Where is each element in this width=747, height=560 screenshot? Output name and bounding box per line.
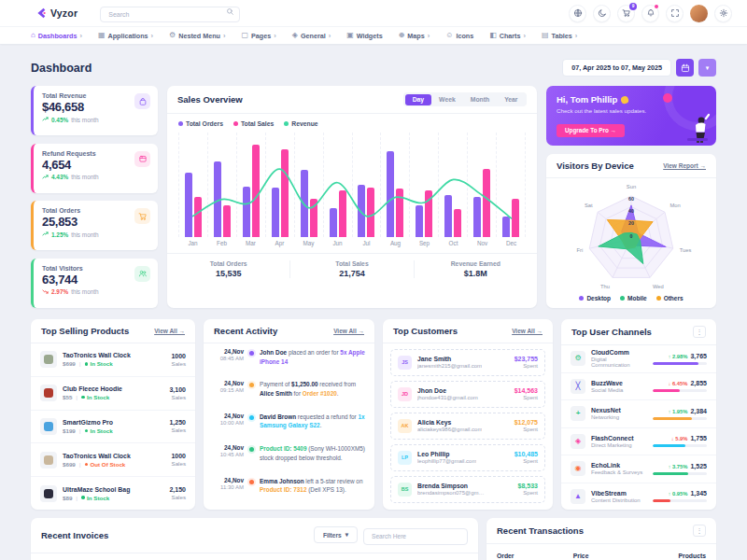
avatar-icon[interactable] <box>690 5 708 22</box>
stat-label: Refund Requests <box>42 150 149 157</box>
customer-email: leophillip77@gmail.com <box>417 458 476 464</box>
activity-dot <box>249 415 254 420</box>
customer-row: BSBrenda Simpsonbrendasimpson075@gmail.c… <box>390 476 545 503</box>
nav-label: Tables <box>552 32 572 40</box>
channels-menu-button[interactable]: ⋮ <box>693 326 706 338</box>
main-content: Dashboard 07, Apr 2025 to 07, May 2025 ▾… <box>0 59 747 560</box>
search-input[interactable] <box>100 7 240 22</box>
transactions-menu-button[interactable]: ⋮ <box>693 525 706 537</box>
globe-icon[interactable] <box>569 5 586 22</box>
avatar: AK <box>398 419 412 433</box>
activity-time: 08:45 AM <box>213 356 244 361</box>
calendar-button[interactable] <box>676 59 694 77</box>
nav-item-applications[interactable]: ▦Applications› <box>98 32 153 40</box>
date-dropdown-button[interactable]: ▾ <box>698 59 716 77</box>
svg-text:40: 40 <box>628 208 634 214</box>
stock-badge: In Stock <box>81 495 109 501</box>
chevron-right-icon: › <box>151 32 154 40</box>
bar-group-jun <box>323 133 352 237</box>
nav-label: Nested Menu <box>178 32 220 40</box>
channel-name: EchoLink <box>591 462 642 469</box>
activity-dot <box>249 480 254 484</box>
stat-delta: 1.25%this month <box>42 231 149 238</box>
stat-label: Total Orders <box>42 207 149 214</box>
sales-x-axis: JanFebMarAprMayJunJulAugSepOctNovDec <box>178 240 526 246</box>
activity-row: 24,Nov10:45 AMProduct ID: 5409 (Sony WH-… <box>204 440 374 471</box>
x-tick: Jul <box>352 240 381 246</box>
channel-progress-bar <box>653 417 707 420</box>
channel-delta: ↑ 0.95% <box>669 491 688 497</box>
visitors-header: Visitors By Device View Report → <box>546 154 716 178</box>
tab-day[interactable]: Day <box>405 94 431 105</box>
nav-item-tables[interactable]: ▤Tables› <box>542 32 577 40</box>
bar-total-orders <box>185 173 192 237</box>
legend-item-total-orders[interactable]: Total Orders <box>178 120 223 127</box>
nav-item-nested-menu[interactable]: ⚙Nested Menu› <box>169 32 225 40</box>
global-search <box>100 4 240 22</box>
customer-name: Brenda Simpson <box>417 483 485 489</box>
brand-logo[interactable]: Vyzor <box>35 7 78 19</box>
radar-legend-others[interactable]: Others <box>656 295 684 301</box>
stock-badge: In Stock <box>81 394 109 400</box>
invoice-search-input[interactable] <box>363 528 468 545</box>
recent-transactions-title: Recent Transactions <box>497 525 584 536</box>
stat-label: Total Visitors <box>42 265 149 272</box>
tab-week[interactable]: Week <box>431 94 463 105</box>
radar-legend-mobile[interactable]: Mobile <box>620 295 647 301</box>
customer-name: Leo Phillip <box>417 451 476 457</box>
customer-amount: $10,485 <box>514 451 538 457</box>
date-range-display[interactable]: 07, Apr 2025 to 07, May 2025 <box>562 59 671 77</box>
upgrade-pro-button[interactable]: Upgrade To Pro → <box>557 124 625 137</box>
sales-total-label: Revenue Earned <box>415 260 537 267</box>
chevron-right-icon: › <box>79 32 82 40</box>
tab-year[interactable]: Year <box>497 94 525 105</box>
product-sales-count: 1,250 <box>169 419 186 426</box>
product-name: UltraMaze School Bag <box>63 486 130 493</box>
plus-icon: + <box>571 406 585 421</box>
bar-total-sales <box>425 190 432 237</box>
nav-item-general[interactable]: ◈General› <box>292 32 331 40</box>
products-view-all-link[interactable]: View All → <box>154 328 185 334</box>
nav-item-icons[interactable]: ☺Icons <box>445 32 473 40</box>
activity-view-all-link[interactable]: View All → <box>333 328 364 334</box>
tab-month[interactable]: Month <box>463 94 497 105</box>
kpi-and-sales-row: Total Revenue$46,6580.45%this monthRefun… <box>31 86 716 308</box>
nav-item-charts[interactable]: ◧Charts› <box>489 32 526 40</box>
nav-item-pages[interactable]: ▢Pages› <box>242 32 276 40</box>
cart-icon[interactable]: 9 <box>617 5 635 22</box>
bar-total-sales <box>310 199 317 237</box>
view-report-link[interactable]: View Report → <box>663 162 706 169</box>
legend-item-revenue[interactable]: Revenue <box>284 120 317 127</box>
radar-legend-desktop[interactable]: Desktop <box>579 295 611 301</box>
nav-item-dashboards[interactable]: ⌂Dashboards› <box>31 32 82 40</box>
gear-icon[interactable] <box>714 5 732 22</box>
expand-icon[interactable] <box>666 5 684 22</box>
activity-dot <box>249 351 254 356</box>
legend-item-total-sales[interactable]: Total Sales <box>233 120 274 127</box>
nav-item-widgets[interactable]: ▣Widgets <box>346 32 382 40</box>
sales-period-tabs: DayWeekMonthYear <box>403 92 527 106</box>
bar-total-sales <box>252 145 260 237</box>
activity-text: Emma Johnson left a 5-star review on Pro… <box>260 477 365 504</box>
stat-value: 4,654 <box>42 158 149 172</box>
filters-button[interactable]: Filters ▾ <box>314 526 358 543</box>
sales-total-label: Total Sales <box>290 260 413 267</box>
bar-total-orders <box>416 205 423 237</box>
bar-total-sales <box>339 190 346 237</box>
activity-time: 10:00 AM <box>213 420 244 426</box>
stat-delta: 0.45%this month <box>42 116 149 123</box>
brand-name: Vyzor <box>50 7 78 19</box>
nav-item-maps[interactable]: ⊕Maps› <box>399 32 430 40</box>
customers-view-all-link[interactable]: View All → <box>512 328 543 334</box>
moon-icon[interactable] <box>593 5 611 22</box>
bell-icon[interactable] <box>641 5 659 22</box>
wave-emoji <box>620 95 629 105</box>
product-sales-count: 2,150 <box>169 486 186 493</box>
customer-row: AKAlicia Keysaliciakeys986@gmail.com$12,… <box>390 413 545 440</box>
customer-list: JSJane Smithjanesmith215@gmail.com$23,75… <box>383 343 553 510</box>
top-selling-products-card: Top Selling Products View All → TaoTroni… <box>31 319 195 510</box>
x-tick: Feb <box>207 240 236 246</box>
avatar: JD <box>398 387 412 401</box>
customer-name: Alicia Keys <box>417 419 482 426</box>
column-header-products: Products <box>640 553 706 559</box>
